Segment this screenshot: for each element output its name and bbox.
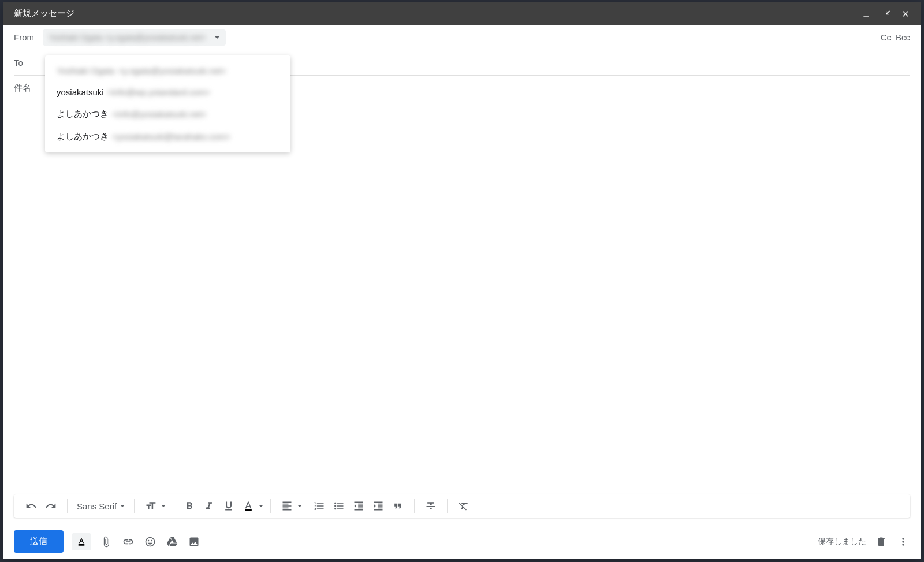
font-size-button[interactable] <box>141 497 160 515</box>
compose-title: 新規メッセージ <box>14 8 74 19</box>
bottom-bar: 送信 保存しました <box>3 524 921 559</box>
saved-status: 保存しました <box>818 537 866 547</box>
chevron-down-icon <box>297 505 302 507</box>
from-option-3[interactable]: よしあかつき <yosiakatsuki@tarahako.com> <box>45 125 290 148</box>
from-option-name: よしあかつき <box>57 131 109 142</box>
popout-icon[interactable] <box>881 9 891 18</box>
bulleted-list-button[interactable] <box>330 497 348 515</box>
to-label: To <box>14 58 43 68</box>
minimize-icon[interactable] <box>862 9 871 18</box>
formatting-toggle[interactable] <box>72 533 91 550</box>
undo-button[interactable] <box>22 497 40 515</box>
redo-button[interactable] <box>42 497 60 515</box>
chevron-down-icon <box>161 505 166 507</box>
bold-button[interactable] <box>180 497 199 515</box>
more-icon[interactable] <box>896 535 910 549</box>
toolbar-divider <box>173 499 173 513</box>
from-value: Yoshiaki Ogata <y.ogata@yosiakatsuki.net… <box>49 33 206 42</box>
link-icon[interactable] <box>121 535 135 549</box>
subject-label: 件名 <box>14 83 43 94</box>
from-option-name: Yoshiaki Ogata <box>57 66 114 76</box>
bottom-right: 保存しました <box>818 535 910 549</box>
compose-window: 新規メッセージ From Yoshiaki Ogata <y.ogata@yos… <box>3 2 921 559</box>
from-option-email: <y.ogata@yosiakatsuki.net> <box>118 66 226 76</box>
svg-rect-0 <box>245 509 252 511</box>
toolbar-divider <box>447 499 448 513</box>
chevron-down-icon <box>120 505 125 507</box>
font-name: Sans Serif <box>77 501 117 511</box>
from-option-email: <yosiakatsuki@tarahako.com> <box>112 132 230 142</box>
from-option-email: <info@wp.ystandard.com> <box>107 87 211 97</box>
toolbar-divider <box>67 499 68 513</box>
from-option-0[interactable]: Yoshiaki Ogata <y.ogata@yosiakatsuki.net… <box>45 60 290 81</box>
quote-button[interactable] <box>389 497 407 515</box>
indent-increase-button[interactable] <box>369 497 388 515</box>
chevron-down-icon <box>259 505 263 507</box>
attach-icon[interactable] <box>99 535 113 549</box>
toolbar-divider <box>414 499 415 513</box>
from-field-row: From Yoshiaki Ogata <y.ogata@yosiakatsuk… <box>14 25 910 50</box>
close-icon[interactable] <box>901 9 910 18</box>
from-option-name: yosiakatsuki <box>57 87 104 97</box>
from-option-email: <info@yosiakatsuki.net> <box>112 109 207 119</box>
send-button[interactable]: 送信 <box>14 530 64 553</box>
italic-button[interactable] <box>200 497 218 515</box>
svg-rect-1 <box>79 545 85 546</box>
bcc-button[interactable]: Bcc <box>896 32 910 42</box>
drive-icon[interactable] <box>165 535 179 549</box>
remove-formatting-button[interactable] <box>454 497 473 515</box>
text-color-button[interactable] <box>239 497 258 515</box>
from-option-1[interactable]: yosiakatsuki <info@wp.ystandard.com> <box>45 81 290 103</box>
image-icon[interactable] <box>187 535 201 549</box>
from-option-name: よしあかつき <box>57 109 109 120</box>
from-label: From <box>14 32 43 42</box>
font-selector[interactable]: Sans Serif <box>71 499 131 513</box>
strikethrough-button[interactable] <box>422 497 440 515</box>
emoji-icon[interactable] <box>143 535 157 549</box>
formatting-toolbar: Sans Serif <box>14 494 910 518</box>
align-button[interactable] <box>278 497 296 515</box>
from-option-2[interactable]: よしあかつき <info@yosiakatsuki.net> <box>45 103 290 125</box>
toolbar-divider <box>270 499 271 513</box>
underline-button[interactable] <box>219 497 238 515</box>
numbered-list-button[interactable] <box>310 497 329 515</box>
header-controls <box>862 9 910 18</box>
chevron-down-icon <box>214 36 220 39</box>
cc-bcc-toggle: Cc Bcc <box>881 32 910 42</box>
indent-decrease-button[interactable] <box>349 497 368 515</box>
toolbar-divider <box>134 499 135 513</box>
from-selector[interactable]: Yoshiaki Ogata <y.ogata@yosiakatsuki.net… <box>43 29 226 46</box>
cc-button[interactable]: Cc <box>881 32 891 42</box>
compose-body[interactable] <box>3 101 921 494</box>
from-dropdown: Yoshiaki Ogata <y.ogata@yosiakatsuki.net… <box>45 55 290 152</box>
compose-header: 新規メッセージ <box>3 2 921 25</box>
delete-icon[interactable] <box>874 535 888 549</box>
